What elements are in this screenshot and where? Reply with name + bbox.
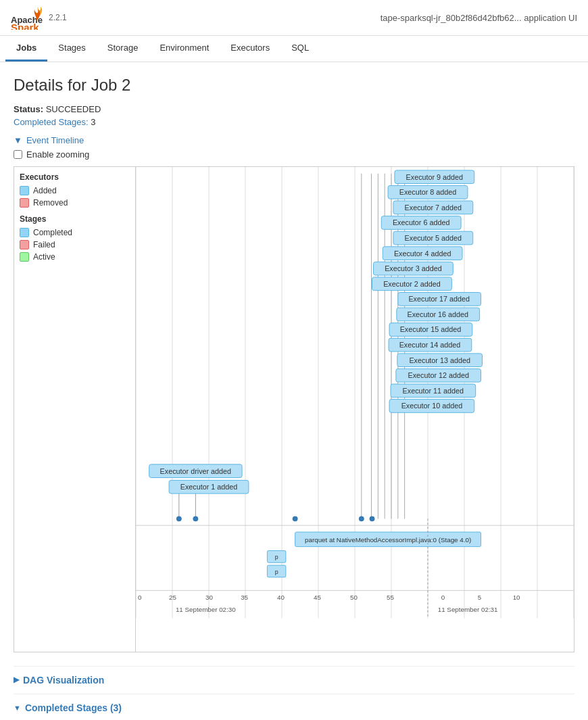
legend-active-label: Active [33, 252, 55, 262]
svg-text:Executor 14 added: Executor 14 added [399, 341, 461, 349]
legend-failed: Failed [20, 240, 130, 249]
svg-text:0: 0 [138, 594, 142, 601]
timeline-container: Executors Added Removed Stages Completed [14, 166, 574, 652]
legend-removed-label: Removed [33, 198, 68, 208]
active-color-box [20, 252, 29, 262]
svg-text:55: 55 [387, 594, 394, 601]
app-header: Apache Spark 2.2.1 tape-sparksql-jr_80b2… [0, 0, 588, 36]
enable-zooming-row: Enable zooming [14, 149, 574, 160]
svg-text:Executor 9 added: Executor 9 added [406, 173, 464, 181]
legend-active: Active [20, 252, 130, 262]
page-title: Details for Job 2 [14, 76, 574, 95]
legend-removed: Removed [20, 198, 130, 208]
completed-stages-header[interactable]: ▼ Completed Stages (3) [14, 702, 574, 713]
nav-storage[interactable]: Storage [97, 36, 149, 62]
completed-stages-line: Completed Stages: 3 [14, 117, 574, 127]
added-color-box [20, 186, 29, 195]
svg-text:Executor 16 added: Executor 16 added [407, 310, 468, 318]
main-content: Details for Job 2 Status: SUCCEEDED Comp… [0, 62, 588, 720]
svg-text:10: 10 [513, 594, 520, 601]
completed-stages-section: ▼ Completed Stages (3) [14, 702, 574, 713]
stages-legend: Stages Completed Failed Active [20, 214, 130, 262]
nav-jobs[interactable]: Jobs [5, 36, 47, 62]
dag-label: DAG Visualization [23, 675, 104, 686]
status-label: Status: [14, 104, 43, 114]
svg-text:0: 0 [441, 594, 445, 601]
status-value: SUCCEEDED [46, 104, 101, 114]
svg-text:Executor driver added: Executor driver added [160, 467, 231, 475]
completed-stages-link[interactable]: Completed Stages: [14, 117, 89, 127]
svg-text:11 September 02:31: 11 September 02:31 [438, 606, 498, 613]
svg-text:35: 35 [241, 594, 248, 601]
svg-text:Executor 1 added: Executor 1 added [180, 483, 238, 491]
event-timeline-toggle[interactable]: ▼ Event Timeline [14, 135, 574, 145]
nav-stages[interactable]: Stages [47, 36, 96, 62]
event-timeline-label: Event Timeline [26, 135, 84, 145]
logo-area: Apache Spark 2.2.1 [11, 5, 67, 30]
timeline-legend: Executors Added Removed Stages Completed [14, 167, 136, 652]
failed-color-box [20, 240, 29, 249]
status-line: Status: SUCCEEDED [14, 104, 574, 114]
removed-color-box [20, 198, 29, 208]
svg-text:parquet at NativeMethodAccesso: parquet at NativeMethodAccessorImpl.java… [305, 536, 471, 544]
svg-point-62 [193, 516, 198, 521]
svg-text:30: 30 [205, 594, 213, 601]
svg-text:Executor 4 added: Executor 4 added [394, 249, 451, 258]
toggle-arrow-icon: ▼ [14, 135, 22, 145]
stages-legend-title: Stages [20, 214, 130, 224]
svg-text:Executor 13 added: Executor 13 added [409, 356, 470, 364]
chart-area: Executor 9 added Executor 8 added Execut… [136, 167, 574, 652]
svg-text:Executor 15 added: Executor 15 added [400, 325, 462, 333]
svg-text:40: 40 [277, 594, 285, 601]
legend-failed-label: Failed [33, 240, 55, 249]
version-label: 2.2.1 [49, 13, 67, 22]
dag-section: ▶ DAG Visualization [14, 675, 574, 686]
svg-text:Executor 5 added: Executor 5 added [405, 234, 462, 242]
completed-arrow-icon: ▼ [14, 704, 21, 712]
svg-text:Executor 2 added: Executor 2 added [383, 280, 441, 288]
svg-text:Executor 10 added: Executor 10 added [401, 402, 463, 410]
completed-stages-section-label: Completed Stages (3) [25, 702, 122, 713]
svg-text:Executor 8 added: Executor 8 added [399, 188, 457, 196]
executors-legend-title: Executors [20, 172, 130, 182]
completed-color-box [20, 228, 29, 237]
divider1 [14, 666, 574, 667]
timeline-inner: Executors Added Removed Stages Completed [14, 167, 574, 652]
svg-text:11 September 02:30: 11 September 02:30 [176, 606, 236, 613]
svg-text:45: 45 [314, 594, 321, 601]
svg-text:Executor 11 added: Executor 11 added [403, 387, 464, 395]
legend-added-label: Added [33, 186, 57, 195]
svg-text:Executor 3 added: Executor 3 added [385, 264, 442, 272]
main-nav: Jobs Stages Storage Environment Executor… [0, 36, 588, 62]
timeline-svg: Executor 9 added Executor 8 added Execut… [136, 167, 574, 652]
svg-text:Spark: Spark [11, 22, 39, 30]
svg-point-65 [370, 516, 375, 521]
svg-text:Executor 12 added: Executor 12 added [408, 371, 469, 379]
enable-zoom-checkbox[interactable] [14, 150, 22, 159]
legend-completed-label: Completed [33, 228, 72, 237]
legend-added: Added [20, 186, 130, 195]
svg-text:50: 50 [350, 594, 358, 601]
svg-text:p: p [275, 554, 278, 560]
app-suffix: application UI [524, 13, 577, 23]
app-info: tape-sparksql-jr_80b2f86d42bfb62... appl… [381, 13, 577, 23]
nav-executors[interactable]: Executors [220, 36, 280, 62]
svg-text:Executor 6 added: Executor 6 added [393, 218, 450, 226]
spark-logo-icon: Apache Spark [11, 5, 45, 30]
svg-text:p: p [275, 569, 278, 575]
divider2 [14, 694, 574, 694]
dag-header[interactable]: ▶ DAG Visualization [14, 675, 574, 686]
nav-sql[interactable]: SQL [280, 36, 320, 62]
svg-text:5: 5 [478, 594, 482, 601]
svg-text:25: 25 [169, 594, 176, 601]
completed-stages-count: 3 [91, 117, 95, 127]
dag-arrow-icon: ▶ [14, 675, 19, 684]
app-name: tape-sparksql-jr_80b2f86d42bfb62... [381, 13, 522, 23]
svg-point-64 [359, 516, 364, 521]
svg-point-63 [293, 516, 298, 521]
enable-zoom-label: Enable zooming [26, 149, 89, 160]
svg-text:Executor 7 added: Executor 7 added [405, 203, 462, 212]
legend-completed: Completed [20, 228, 130, 237]
svg-point-61 [176, 516, 182, 521]
nav-environment[interactable]: Environment [149, 36, 220, 62]
